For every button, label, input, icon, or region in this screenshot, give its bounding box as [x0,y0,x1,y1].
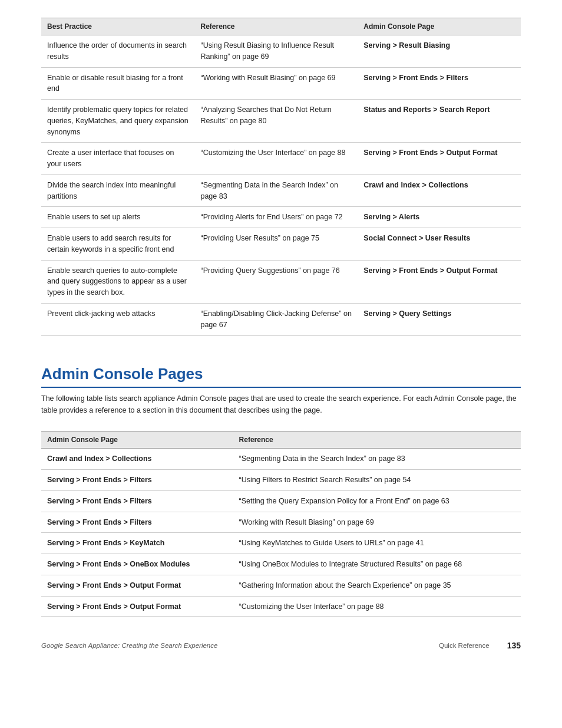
admin-page-cell: Serving > Front Ends > Filters [41,512,233,533]
table-row: Divide the search index into meaningful … [41,174,521,207]
practice-cell: Identify problematic query topics for re… [41,100,194,143]
page-number: 135 [507,641,521,650]
table-row: Identify problematic query topics for re… [41,100,521,143]
footer-title: Google Search Appliance: Creating the Se… [41,642,217,649]
table-row: Serving > Front Ends > Filters“Using Fil… [41,470,521,491]
table-row: Enable users to add search results for c… [41,228,521,261]
admin-page-cell: Serving > Front Ends > Output Format [41,596,233,617]
col-header-practice: Best Practice [41,18,194,35]
col-header-reference: Reference [194,18,358,35]
admin-page-cell: Serving > Front Ends > Output Format [41,575,233,596]
admin-cell: Social Connect > User Results [358,228,521,261]
col-header-admin-page: Admin Console Page [41,431,233,449]
section-description: The following table lists search applian… [41,393,521,416]
table-row: Serving > Front Ends > Filters“Setting t… [41,490,521,512]
admin-page-cell: Serving > Front Ends > OneBox Modules [41,554,233,575]
admin-cell: Serving > Query Settings [358,303,521,335]
reference-cell: “Providing User Results” on page 75 [194,228,358,261]
admin-cell: Serving > Front Ends > Output Format [358,260,521,303]
table-row: Serving > Front Ends > KeyMatch“Using Ke… [41,533,521,554]
practice-cell: Prevent click-jacking web attacks [41,303,194,335]
footer-label: Quick Reference [439,642,490,649]
reference-cell: “Customizing the User Interface” on page… [233,596,521,617]
table-row: Serving > Front Ends > Filters“Working w… [41,512,521,533]
table-row: Crawl and Index > Collections“Segmenting… [41,449,521,470]
page-footer: Google Search Appliance: Creating the Se… [41,641,521,650]
reference-cell: “Gathering Information about the Search … [233,575,521,596]
table-row: Prevent click-jacking web attacks“Enabli… [41,303,521,335]
section-title: Admin Console Pages [41,365,521,388]
reference-cell: “Using KeyMatches to Guide Users to URLs… [233,533,521,554]
admin-cell: Crawl and Index > Collections [358,174,521,207]
reference-cell: “Setting the Query Expansion Policy for … [233,490,521,512]
reference-cell: “Enabling/Disabling Click-Jacking Defens… [194,303,358,335]
table-row: Enable or disable result biasing for a f… [41,67,521,100]
admin-cell: Serving > Alerts [358,207,521,228]
admin-console-table: Admin Console Page Reference Crawl and I… [41,431,521,617]
admin-cell: Status and Reports > Search Report [358,100,521,143]
reference-cell: “Working with Result Biasing” on page 69 [233,512,521,533]
reference-cell: “Providing Query Suggestions” on page 76 [194,260,358,303]
reference-cell: “Using Filters to Restrict Search Result… [233,470,521,491]
reference-cell: “Working with Result Biasing” on page 69 [194,67,358,100]
table-row: Influence the order of documents in sear… [41,35,521,68]
admin-page-cell: Serving > Front Ends > Filters [41,470,233,491]
practice-cell: Enable users to add search results for c… [41,228,194,261]
admin-cell: Serving > Result Biasing [358,35,521,68]
col-header-reference-b: Reference [233,431,521,449]
best-practices-table: Best Practice Reference Admin Console Pa… [41,18,521,335]
practice-cell: Divide the search index into meaningful … [41,174,194,207]
practice-cell: Enable or disable result biasing for a f… [41,67,194,100]
table-row: Enable users to set up alerts“Providing … [41,207,521,228]
table-row: Create a user interface that focuses on … [41,143,521,175]
reference-cell: “Segmenting Data in the Search Index” on… [233,449,521,470]
practice-cell: Create a user interface that focuses on … [41,143,194,175]
reference-cell: “Providing Alerts for End Users” on page… [194,207,358,228]
col-header-admin: Admin Console Page [358,18,521,35]
reference-cell: “Segmenting Data in the Search Index” on… [194,174,358,207]
footer-right: Quick Reference 135 [439,641,521,650]
reference-cell: “Customizing the User Interface” on page… [194,143,358,175]
table-row: Serving > Front Ends > Output Format“Gat… [41,575,521,596]
table-row: Serving > Front Ends > OneBox Modules“Us… [41,554,521,575]
reference-cell: “Using OneBox Modules to Integrate Struc… [233,554,521,575]
admin-page-cell: Crawl and Index > Collections [41,449,233,470]
reference-cell: “Using Result Biasing to Influence Resul… [194,35,358,68]
table-row: Serving > Front Ends > Output Format“Cus… [41,596,521,617]
reference-cell: “Analyzing Searches that Do Not Return R… [194,100,358,143]
admin-cell: Serving > Front Ends > Output Format [358,143,521,175]
practice-cell: Enable users to set up alerts [41,207,194,228]
practice-cell: Enable search queries to auto-complete a… [41,260,194,303]
practice-cell: Influence the order of documents in sear… [41,35,194,68]
table-row: Enable search queries to auto-complete a… [41,260,521,303]
admin-page-cell: Serving > Front Ends > KeyMatch [41,533,233,554]
admin-cell: Serving > Front Ends > Filters [358,67,521,100]
admin-page-cell: Serving > Front Ends > Filters [41,490,233,512]
